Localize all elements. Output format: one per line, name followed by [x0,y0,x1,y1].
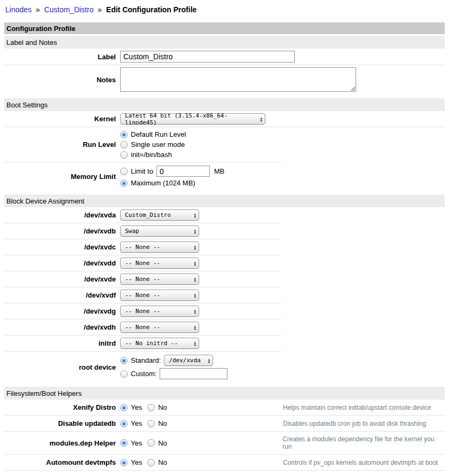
breadcrumb-current-page: Edit Configuration Profile [106,5,197,14]
automount-devtmpfs-help-text: Controls if pv_ops kernels automount dev… [283,459,438,466]
device-row-xvda: /dev/xvda Custom_Distro ▲▼ [4,207,445,223]
automount-devtmpfs-label: Automount devtmpfs [4,458,120,466]
modules-dep-help-text: Creates a modules dependency file for th… [282,435,445,450]
select-arrows-icon: ▲▼ [194,309,196,314]
breadcrumb-link-linodes[interactable]: Linodes [5,5,31,14]
disable-updatedb-help-text: Disables updatedb cron job to avoid disk… [283,420,426,427]
disable-updatedb-yes-radio[interactable] [120,420,128,427]
notes-textarea[interactable] [120,67,356,92]
xvdc-select[interactable]: -- None -- ▲▼ [120,241,199,253]
device-row-xvdc: /dev/xvdc -- None -- ▲▼ [4,239,445,255]
xvde-select[interactable]: -- None -- ▲▼ [120,274,199,285]
initrd-select-value: -- No initrd -- [125,340,178,347]
run-level-init-binbash-radio[interactable] [120,151,128,159]
select-arrows-icon: ▲▼ [194,245,196,250]
xvdb-select[interactable]: Swap ▲▼ [120,225,199,237]
kernel-select[interactable]: Latest 64 bit (3.15.4-x86_64-linode45) ▲… [120,113,265,124]
breadcrumb: Linodes » Custom_Distro » Edit Configura… [5,5,445,14]
memory-maximum-radio[interactable] [120,180,128,187]
resize-handle-icon[interactable] [350,86,355,91]
root-device-standard-radio[interactable] [120,357,128,364]
disable-updatedb-no-radio[interactable] [147,420,155,427]
xvdf-label: /dev/xvdf [4,291,120,299]
disable-updatedb-label: Disable updatedb [4,419,120,427]
modules-dep-yes-radio[interactable] [120,439,128,447]
breadcrumb-separator: » [36,5,40,14]
no-label: No [158,458,167,466]
xvda-select[interactable]: Custom_Distro ▲▼ [120,209,199,221]
xvda-label: /dev/xvda [4,211,120,219]
select-arrows-icon: ▲▼ [194,261,196,266]
xvdb-label: /dev/xvdb [4,227,120,235]
xvdd-label: /dev/xvdd [4,259,120,267]
xvdd-select[interactable]: -- None -- ▲▼ [120,257,199,269]
xenify-distro-yes-radio[interactable] [120,404,128,411]
memory-maximum-label: Maximum (1024 MB) [131,179,195,187]
memory-limit-to-label: Limit to [131,167,153,175]
modules-dep-no-radio[interactable] [147,439,155,447]
root-device-standard-select[interactable]: /dev/xvda ▲▼ [164,355,213,366]
root-device-standard-value: /dev/xvda [169,357,201,364]
automount-devtmpfs-no-radio[interactable] [147,459,155,466]
initrd-select[interactable]: -- No initrd -- ▲▼ [120,338,199,349]
xvdc-label: /dev/xvdc [4,243,120,251]
run-level-init-binbash-label: init=/bin/bash [131,151,172,159]
run-level-default-label: Default Run Level [131,130,186,138]
device-row-xvdf: /dev/xvdf -- None -- ▲▼ [4,287,445,303]
xvde-label: /dev/xvde [4,275,120,283]
xvdf-select[interactable]: -- None -- ▲▼ [120,290,199,301]
xvdc-select-value: -- None -- [125,244,160,251]
memory-limit-to-radio[interactable] [120,168,128,175]
initrd-row: initrd -- No initrd -- ▲▼ [4,335,445,351]
run-level-row: Run Level Default Run Level Single user … [4,127,445,162]
yes-label: Yes [131,458,142,466]
select-arrows-icon: ▲▼ [194,341,196,346]
section-boot-settings: Boot Settings [4,98,445,111]
root-device-custom-radio[interactable] [120,370,128,378]
no-label: No [158,439,167,447]
row-divider [4,470,445,471]
root-device-row: root device Standard: /dev/xvda ▲▼ Custo… [4,352,445,383]
xvdg-select[interactable]: -- None -- ▲▼ [120,306,199,317]
memory-limit-label: Memory Limit [4,173,120,181]
root-device-custom-input[interactable] [160,368,227,379]
automount-devtmpfs-yes-radio[interactable] [120,459,128,466]
select-arrows-icon: ▲▼ [194,229,196,234]
xenify-distro-no-radio[interactable] [147,404,155,411]
select-arrows-icon: ▲▼ [208,358,210,363]
xvdg-label: /dev/xvdg [4,307,120,315]
xvdd-select-value: -- None -- [125,260,160,267]
label-input[interactable] [120,51,295,63]
kernel-select-value: Latest 64 bit (3.15.4-x86_64-linode45) [125,112,257,126]
run-level-default-radio[interactable] [120,131,128,138]
xvdf-select-value: -- None -- [125,292,160,299]
run-level-single-user-radio[interactable] [120,141,128,149]
section-block-device-assignment: Block Device Assignment [4,194,445,207]
device-row-xvdb: /dev/xvdb Swap ▲▼ [4,223,445,239]
xvdh-select[interactable]: -- None -- ▲▼ [120,322,199,333]
xvdh-select-value: -- None -- [125,324,160,331]
device-row-xvde: /dev/xvde -- None -- ▲▼ [4,271,445,287]
select-arrows-icon: ▲▼ [194,293,196,298]
device-row-xvdh: /dev/xvdh -- None -- ▲▼ [4,319,445,335]
memory-unit-label: MB [214,167,225,175]
memory-limit-input[interactable] [156,166,210,177]
xvdb-select-value: Swap [125,228,139,235]
no-label: No [158,419,167,427]
memory-limit-row: Memory Limit Limit to MB Maximum (1024 M… [4,162,445,190]
label-row: Label [4,49,445,65]
kernel-label: Kernel [4,115,120,123]
select-arrows-icon: ▲▼ [194,277,196,282]
breadcrumb-separator: » [98,5,102,14]
select-arrows-icon: ▲▼ [194,213,196,218]
breadcrumb-link-linode[interactable]: Custom_Distro [44,5,94,14]
device-row-xvdd: /dev/xvdd -- None -- ▲▼ [4,255,445,271]
notes-row: Notes [4,65,445,94]
label-field-label: Label [4,53,120,61]
section-filesystem-boot-helpers: Filesystem/Boot Helpers [4,387,445,400]
helper-row-xenify-distro: Xenify Distro Yes No Helps maintain corr… [4,400,445,415]
helper-row-automount-devtmpfs: Automount devtmpfs Yes No Controls if pv… [4,455,445,470]
yes-label: Yes [131,419,142,427]
panel-title: Configuration Profile [4,22,445,34]
no-label: No [158,403,167,411]
